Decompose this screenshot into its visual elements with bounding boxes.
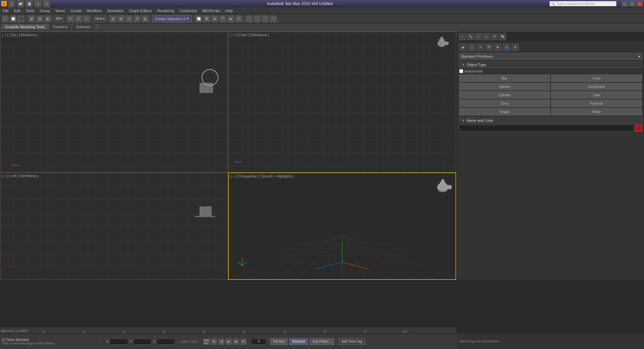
menu-item-modifiers[interactable]: Modifiers [84,7,105,14]
render-setup-btn[interactable]: 🎬 [219,15,226,22]
tube-btn[interactable]: Tube [551,91,642,99]
unlink-btn[interactable]: ⛓ [36,15,43,22]
panel-tab-modify[interactable]: 🔧 [467,33,474,40]
sphere-btn[interactable]: Sphere [459,83,550,90]
primitives-dropdown[interactable]: Standard Primitives ▾ [459,53,642,60]
panel-icon-sys[interactable]: ⚙ [512,44,519,51]
next-frame-btn[interactable]: ▶ [233,338,239,345]
selected-btn[interactable]: Selected [289,338,308,345]
schematic-btn[interactable]: 🕸 [203,15,210,22]
select-rotate-btn[interactable]: ↺ [75,15,82,22]
panel-tab-utilities[interactable]: 🔩 [499,33,506,40]
panel-tab-hierarchy[interactable]: ⬡ [475,33,482,40]
z-input[interactable] [157,339,175,345]
panel-icon-shape[interactable]: ⬠ [468,44,475,51]
autosmooth-checkbox[interactable] [459,69,463,73]
create-selection-btn[interactable]: Create Selection S ▾ [152,15,192,22]
name-input[interactable] [459,125,634,132]
menu-item-tools[interactable]: Tools [23,7,37,14]
panel-icon-space[interactable]: 🌀 [503,44,510,51]
y-input[interactable] [133,339,152,345]
panel-icon-geom[interactable]: ◆ [459,44,467,51]
go-end-btn[interactable]: ⏭ [240,338,247,345]
selection-filter[interactable]: All ▾ [54,15,64,22]
render-btn[interactable]: ▶ [227,15,234,22]
mirror-btn[interactable]: ⇔ [125,15,133,22]
x-input[interactable] [110,339,128,345]
material-editor-btn[interactable]: ◈ [211,15,218,22]
close-button[interactable]: ✕ [637,1,643,6]
minimize-button[interactable]: — [622,1,628,6]
undo-title-btn[interactable]: ↩ [34,0,42,7]
menu-item-group[interactable]: Group [37,7,53,14]
select-btn[interactable]: ⬜ [9,15,17,22]
new-btn[interactable]: 🗋 [8,0,15,7]
set-key-btn[interactable]: Set Key [270,338,288,345]
panel-tab-create[interactable]: + [459,33,466,40]
select-scale-btn[interactable]: ⤡ [83,15,90,22]
torus-btn[interactable]: Torus [459,100,550,107]
open-btn[interactable]: 📂 [17,0,24,7]
menu-item-file[interactable]: File [0,7,11,14]
menu-item-animation[interactable]: Animation [105,7,126,14]
timeline-area: 0 10 20 30 40 50 60 70 80 90 100 [0,328,456,334]
menu-item-help[interactable]: Help [222,7,235,14]
viewport-perspective[interactable]: [ + ] [ Perspective ] [ Smooth + Highlig… [228,172,456,280]
panel-tab-display[interactable]: 👁 [491,33,498,40]
frame-input[interactable] [251,339,266,345]
go-start-btn[interactable]: ⏮ [211,338,217,345]
bind-btn[interactable]: ◉ [44,15,51,22]
graphite-tab-freeform[interactable]: Freeform [49,24,71,30]
select-region-btn[interactable]: ⬛ [17,15,25,22]
viewport-top[interactable]: [ + ] [ Top ] [ Wireframe ] [0,32,228,172]
curve-editor-btn[interactable]: 📈 [195,15,202,22]
render-last-btn[interactable]: ⟳ [235,15,243,22]
add-time-tag-btn[interactable]: Add Time Tag [339,338,365,345]
panel-tab-motion[interactable]: ▷ [483,33,490,40]
auto-key-btn[interactable]: Auto Key [203,338,210,345]
menu-item-views[interactable]: Views [53,7,68,14]
menu-item-customize[interactable]: Customize [177,7,200,14]
pointer-btn[interactable]: ↖ [1,15,9,22]
right-panel: + 🔧 ⬡ ▷ 👁 🔩 ◆ ⬠ ☀ 📷 ✚ 🌀 ⚙ Standard Primi… [457,32,644,280]
teapot-btn[interactable]: Teapot [459,108,550,115]
menu-item-rendering[interactable]: Rendering [155,7,177,14]
viewport-front[interactable]: [ + ] [ Front ] [ Wireframe ] [228,32,456,172]
menu-item-edit[interactable]: Edit [11,7,23,14]
prev-frame-btn[interactable]: ◀ [218,338,225,345]
align-btn[interactable]: ☰ [133,15,141,22]
key-filters-btn[interactable]: Key Filters... [310,338,334,345]
menu-item-graph-editors[interactable]: Graph Editors [126,7,155,14]
search-box[interactable]: 🔍 Type a keyword or phrase [549,1,616,6]
graphite-tab-modeling[interactable]: Graphite Modeling Tools [1,24,48,30]
geosphere-btn[interactable]: GeoSphere [551,83,642,90]
select-obj-btn[interactable]: ⊞ [117,15,125,22]
menu-item-create[interactable]: Create [68,7,84,14]
pyramid-btn[interactable]: Pyramid [551,100,642,107]
link-btn[interactable]: 🔗 [28,15,35,22]
more-btn4[interactable]: ⋯ [270,15,277,22]
plane-btn[interactable]: Plane [551,108,642,115]
cylinder-btn[interactable]: Cylinder [459,91,550,99]
color-swatch[interactable] [635,125,642,132]
cone-btn[interactable]: Cone [551,74,642,82]
restore-button[interactable]: □ [629,1,635,6]
more-btn2[interactable]: ⋯ [254,15,261,22]
graphite-tab-selection[interactable]: Selection [72,24,95,30]
layer-btn[interactable]: ▤ [142,15,149,22]
grid-label: Grid = 10.0 [181,340,198,344]
save-btn[interactable]: 💾 [25,0,33,7]
more-btn3[interactable]: ⋯ [262,15,269,22]
reference-coord-dropdown[interactable]: View ▾ [93,15,106,22]
select-move-btn[interactable]: ✛ [67,15,74,22]
redo-title-btn[interactable]: ↪ [43,0,50,7]
panel-icon-cam[interactable]: 📷 [485,44,493,51]
box-btn[interactable]: Box [459,74,550,82]
more-btn1[interactable]: ⋯ [246,15,253,22]
panel-icon-light[interactable]: ☀ [477,44,484,51]
menu-item-maxscript[interactable]: MAXScript [200,7,222,14]
panel-icon-helper[interactable]: ✚ [494,44,501,51]
play-btn[interactable]: ▶ [225,338,232,345]
viewport-left[interactable]: [ + ] [ Left ] [ Wireframe ] [0,172,228,280]
pivot-btn[interactable]: ⊕ [109,15,117,22]
